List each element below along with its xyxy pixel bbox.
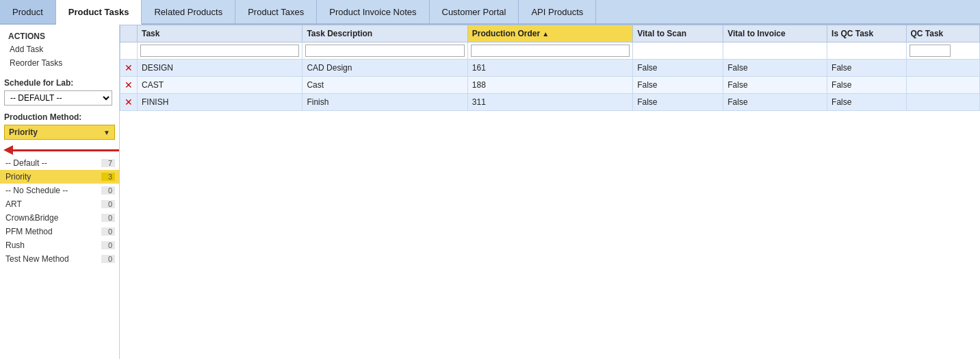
schedule-label: Schedule for Lab: bbox=[0, 75, 119, 89]
delete-row-icon[interactable]: ✕ bbox=[125, 97, 133, 108]
column-header-task[interactable]: Task bbox=[138, 25, 302, 42]
input-vital-invoice-cell bbox=[723, 42, 827, 60]
dropdown-item-count: 0 bbox=[101, 255, 115, 263]
tabs-bar: Product Product Tasks Related Products P… bbox=[0, 0, 980, 25]
delete-row-icon[interactable]: ✕ bbox=[125, 62, 133, 73]
cell-qc_task bbox=[906, 60, 980, 77]
cell-description: Cast bbox=[302, 77, 467, 94]
main-area: ACTIONS Add Task Reorder Tasks Schedule … bbox=[0, 25, 980, 359]
priority-dropdown-button[interactable]: Priority ▼ bbox=[4, 125, 115, 140]
input-vital-scan-cell bbox=[633, 42, 723, 60]
cell-description: Finish bbox=[302, 94, 467, 111]
production-method-label: Production Method: bbox=[0, 108, 119, 123]
chevron-down-icon: ▼ bbox=[103, 129, 110, 136]
dropdown-item-label: ART bbox=[5, 199, 22, 209]
arrow-annotation bbox=[4, 141, 119, 156]
priority-dropdown-label: Priority bbox=[9, 127, 38, 137]
delete-row-icon[interactable]: ✕ bbox=[125, 79, 133, 90]
tab-related-products[interactable]: Related Products bbox=[142, 0, 235, 23]
cell-is_qc_task: False bbox=[827, 60, 906, 77]
column-header-production_order[interactable]: Production Order▲ bbox=[467, 25, 632, 42]
delete-icon-cell: ✕ bbox=[120, 77, 138, 94]
column-header-vital_invoice[interactable]: Vital to Invoice bbox=[723, 25, 827, 42]
cell-qc_task bbox=[906, 94, 980, 111]
schedule-select[interactable]: -- DEFAULT -- bbox=[4, 90, 112, 106]
cell-description: CAD Design bbox=[302, 60, 467, 77]
input-is-qc-cell bbox=[827, 42, 906, 60]
table-row: ✕FINISHFinish311FalseFalseFalse bbox=[120, 94, 980, 111]
dropdown-item[interactable]: ART0 bbox=[0, 197, 119, 211]
input-description-cell bbox=[302, 42, 467, 60]
dropdown-item[interactable]: -- No Schedule --0 bbox=[0, 184, 119, 197]
cell-vital_scan: False bbox=[633, 94, 723, 111]
delete-icon-cell: ✕ bbox=[120, 94, 138, 111]
column-header-description[interactable]: Task Description bbox=[302, 25, 467, 42]
column-header-vital_scan[interactable]: Vital to Scan bbox=[633, 25, 723, 42]
red-arrow-indicator bbox=[4, 145, 120, 155]
production-order-input[interactable] bbox=[471, 45, 630, 57]
dropdown-item-label: -- Default -- bbox=[5, 158, 47, 168]
dropdown-item[interactable]: Priority3 bbox=[0, 170, 119, 184]
arrow-head-icon bbox=[3, 145, 13, 155]
cell-is_qc_task: False bbox=[827, 77, 906, 94]
dropdown-item-count: 0 bbox=[101, 186, 115, 195]
cell-qc_task bbox=[906, 77, 980, 94]
input-task-cell bbox=[138, 42, 302, 60]
cell-vital_scan: False bbox=[633, 77, 723, 94]
table-input-row bbox=[120, 42, 980, 60]
dropdown-item[interactable]: Crown&Bridge0 bbox=[0, 211, 119, 225]
dropdown-item-count: 7 bbox=[101, 159, 115, 167]
tab-product-invoice-notes[interactable]: Product Invoice Notes bbox=[317, 0, 429, 23]
dropdown-item-count: 0 bbox=[101, 200, 115, 208]
cell-task: DESIGN bbox=[138, 60, 302, 77]
dropdown-item-count: 0 bbox=[101, 214, 115, 222]
tab-product-taxes[interactable]: Product Taxes bbox=[235, 0, 317, 23]
cell-production_order: 188 bbox=[467, 77, 632, 94]
tab-customer-portal[interactable]: Customer Portal bbox=[430, 0, 519, 23]
qc-task-input[interactable] bbox=[910, 45, 951, 57]
tasks-table: TaskTask DescriptionProduction Order▲Vit… bbox=[120, 25, 980, 111]
dropdown-list: -- Default --7Priority3-- No Schedule --… bbox=[0, 156, 119, 266]
tab-api-products[interactable]: API Products bbox=[519, 0, 596, 23]
reorder-tasks-button[interactable]: Reorder Tasks bbox=[4, 56, 115, 70]
dropdown-item-label: Rush bbox=[5, 240, 25, 250]
cell-vital_scan: False bbox=[633, 60, 723, 77]
table-row: ✕DESIGNCAD Design161FalseFalseFalse bbox=[120, 60, 980, 77]
table-row: ✕CASTCast188FalseFalseFalse bbox=[120, 77, 980, 94]
dropdown-item[interactable]: Rush0 bbox=[0, 238, 119, 252]
column-header-is_qc_task[interactable]: Is QC Task bbox=[827, 25, 906, 42]
dropdown-item-label: -- No Schedule -- bbox=[5, 186, 68, 195]
cell-vital_invoice: False bbox=[723, 94, 827, 111]
delete-icon-cell: ✕ bbox=[120, 60, 138, 77]
add-task-button[interactable]: Add Task bbox=[4, 42, 115, 56]
cell-task: FINISH bbox=[138, 94, 302, 111]
column-header-qc_task[interactable]: QC Task bbox=[906, 25, 980, 42]
dropdown-item-count: 0 bbox=[101, 227, 115, 236]
tab-product-tasks[interactable]: Product Tasks bbox=[56, 0, 142, 25]
table-area: TaskTask DescriptionProduction Order▲Vit… bbox=[120, 25, 980, 359]
tab-product[interactable]: Product bbox=[0, 0, 56, 23]
dropdown-item-label: Priority bbox=[5, 172, 31, 182]
dropdown-item-label: PFM Method bbox=[5, 227, 53, 236]
dropdown-item[interactable]: PFM Method0 bbox=[0, 225, 119, 238]
dropdown-item-count: 3 bbox=[101, 173, 115, 181]
input-row-icon-cell bbox=[120, 42, 138, 60]
dropdown-item[interactable]: -- Default --7 bbox=[0, 156, 119, 170]
actions-label: ACTIONS bbox=[4, 30, 115, 42]
arrow-line bbox=[13, 149, 120, 151]
cell-vital_invoice: False bbox=[723, 60, 827, 77]
dropdown-item-label: Test New Method bbox=[5, 254, 69, 264]
dropdown-item[interactable]: Test New Method0 bbox=[0, 252, 119, 266]
input-qc-task-cell bbox=[906, 42, 980, 60]
dropdown-item-count: 0 bbox=[101, 241, 115, 249]
cell-is_qc_task: False bbox=[827, 94, 906, 111]
column-header-icon[interactable] bbox=[120, 25, 138, 42]
dropdown-item-label: Crown&Bridge bbox=[5, 213, 58, 223]
task-input[interactable] bbox=[140, 45, 299, 57]
description-input[interactable] bbox=[305, 45, 464, 57]
sidebar: ACTIONS Add Task Reorder Tasks Schedule … bbox=[0, 25, 120, 359]
sort-arrow-icon: ▲ bbox=[542, 30, 549, 38]
input-production-order-cell bbox=[467, 42, 632, 60]
cell-vital_invoice: False bbox=[723, 77, 827, 94]
cell-production_order: 311 bbox=[467, 94, 632, 111]
